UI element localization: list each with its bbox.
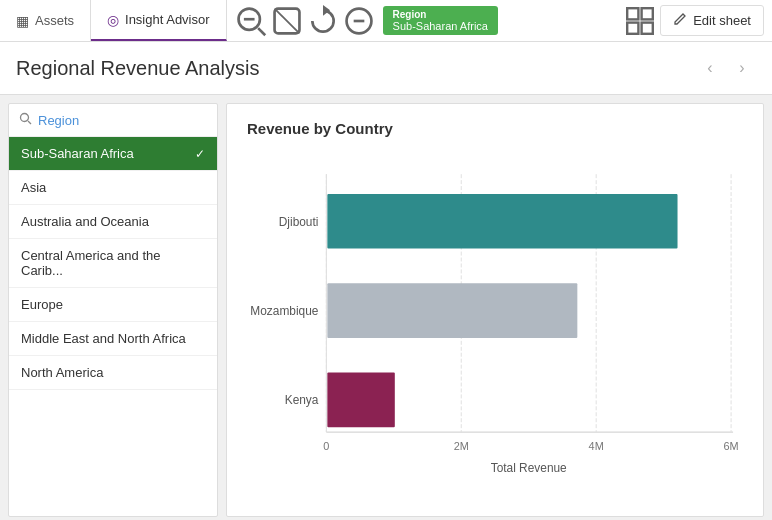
assets-icon: ▦ [16,13,29,29]
search-label: Region [38,113,79,128]
region-item-australia[interactable]: Australia and Oceania [9,205,217,239]
edit-sheet-label: Edit sheet [693,13,751,28]
expand-icon[interactable] [343,5,375,37]
y-label-djibouti: Djibouti [279,215,319,229]
toolbar-icons [227,5,383,37]
x-label-2m: 2M [454,440,469,452]
chart-container: Djibouti Mozambique Kenya 0 2M 4M 6M Tot… [247,153,743,493]
tab-insight-advisor[interactable]: ◎ Insight Advisor [91,0,227,41]
region-tag-value: Sub-Saharan Africa [393,20,488,32]
nav-next-button[interactable]: › [728,54,756,82]
x-label-4m: 4M [589,440,604,452]
page-title-bar: Regional Revenue Analysis ‹ › [0,42,772,95]
svg-rect-10 [627,22,638,33]
region-list: Sub-Saharan Africa ✓ Asia Australia and … [9,137,217,390]
bar-mozambique[interactable] [327,283,577,338]
svg-line-13 [28,121,31,124]
region-item-middle-east[interactable]: Middle East and North Africa [9,322,217,356]
region-item-label: Central America and the Carib... [21,248,205,278]
region-item-label: Middle East and North Africa [21,331,186,346]
bar-djibouti[interactable] [327,194,677,249]
region-item-label: North America [21,365,103,380]
y-label-mozambique: Mozambique [250,304,318,318]
top-bar: ▦ Assets ◎ Insight Advisor Region Sub-Sa… [0,0,772,42]
nav-arrows: ‹ › [696,54,756,82]
region-item-label: Asia [21,180,46,195]
nav-prev-button[interactable]: ‹ [696,54,724,82]
bar-chart: Djibouti Mozambique Kenya 0 2M 4M 6M Tot… [247,153,743,493]
svg-rect-9 [642,8,653,19]
svg-point-12 [21,114,29,122]
region-tag-label: Region [393,9,427,20]
region-item-label: Australia and Oceania [21,214,149,229]
zoom-in-icon[interactable] [235,5,267,37]
refresh-icon[interactable] [307,5,339,37]
svg-line-4 [274,8,299,33]
insight-label: Insight Advisor [125,12,210,27]
left-panel: Region Sub-Saharan Africa ✓ Asia Austral… [8,103,218,517]
page-title: Regional Revenue Analysis [16,57,260,80]
assets-label: Assets [35,13,74,28]
region-tag[interactable]: Region Sub-Saharan Africa [383,6,498,35]
region-item-sub-saharan[interactable]: Sub-Saharan Africa ✓ [9,137,217,171]
chart-panel: Revenue by Country Dji [226,103,764,517]
region-item-central-america[interactable]: Central America and the Carib... [9,239,217,288]
check-icon: ✓ [195,147,205,161]
main-content: Region Sub-Saharan Africa ✓ Asia Austral… [0,95,772,520]
search-icon [19,112,32,128]
zoom-out-icon[interactable] [271,5,303,37]
region-item-europe[interactable]: Europe [9,288,217,322]
tab-assets[interactable]: ▦ Assets [0,0,91,41]
y-label-kenya: Kenya [285,393,319,407]
search-bar: Region [9,104,217,137]
svg-rect-8 [627,8,638,19]
region-item-label: Sub-Saharan Africa [21,146,134,161]
region-item-label: Europe [21,297,63,312]
region-item-asia[interactable]: Asia [9,171,217,205]
svg-line-1 [258,28,265,35]
edit-sheet-button[interactable]: Edit sheet [660,5,764,36]
svg-rect-11 [642,22,653,33]
bar-kenya[interactable] [327,373,394,428]
x-label-0: 0 [323,440,329,452]
grid-icon[interactable] [624,5,656,37]
edit-icon [673,12,687,29]
chart-title: Revenue by Country [247,120,743,137]
x-axis-title: Total Revenue [491,461,567,475]
region-item-north-america[interactable]: North America [9,356,217,390]
insight-icon: ◎ [107,12,119,28]
x-label-6m: 6M [724,440,739,452]
svg-marker-5 [323,5,330,16]
